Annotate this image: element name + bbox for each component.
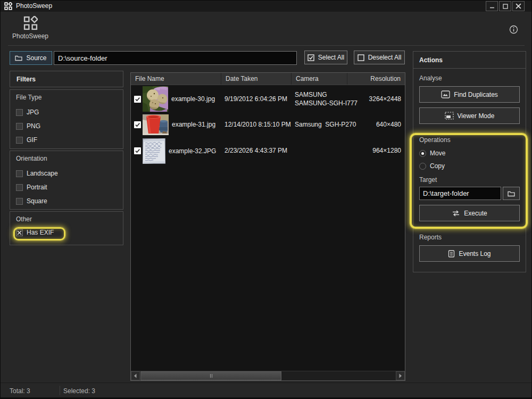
date-taken: 12/14/2010 8:15:10 PM — [221, 120, 292, 129]
filter-has-exif[interactable]: Has EXIF — [16, 226, 117, 239]
col-date-taken[interactable]: Date Taken — [221, 73, 292, 85]
status-separator — [60, 386, 60, 395]
checkbox-has-exif[interactable] — [16, 229, 23, 236]
actions-title: Actions — [413, 52, 526, 69]
row-checkbox[interactable] — [134, 96, 141, 103]
move-radio-row[interactable]: Move — [419, 147, 520, 160]
file-type-label: File Type — [16, 94, 117, 101]
col-camera[interactable]: Camera — [292, 73, 347, 85]
picture-icon — [441, 90, 450, 98]
file-name: example-31.jpg — [172, 121, 215, 128]
status-selected: Selected: 3 — [63, 387, 95, 395]
header-divider — [8, 45, 525, 46]
camera: SAMSUNG SAMSUNG-SGH-I777 — [292, 90, 347, 107]
copy-radio[interactable] — [419, 163, 426, 170]
date-taken: 2/23/2026 4:43:37 PM — [221, 146, 292, 155]
horizontal-scrollbar[interactable] — [131, 371, 405, 380]
red-cup-photo — [143, 114, 169, 135]
file-table: File Name Date Taken Camera Resolution — [130, 72, 405, 381]
execute-button[interactable]: Execute — [419, 205, 520, 221]
fruits-in-hand-photo — [143, 86, 168, 112]
camera: Samsung SGH-P270 — [292, 120, 347, 129]
select-all-button[interactable]: Select All — [304, 51, 347, 64]
checkbox-gif[interactable] — [16, 137, 23, 144]
table-header: File Name Date Taken Camera Resolution — [131, 73, 405, 85]
row-checkbox[interactable] — [134, 121, 141, 128]
minimize-button[interactable] — [486, 1, 498, 11]
source-path-input[interactable] — [54, 51, 297, 65]
actions-panel: Actions Analyse Find Duplicates Viewer M… — [413, 51, 526, 272]
other-label: Other — [16, 215, 117, 223]
window-title: PhotoSweep — [16, 2, 52, 10]
status-total: Total: 3 — [10, 387, 30, 395]
checkbox-portrait[interactable] — [16, 184, 23, 191]
filters-panel-title: Filters — [10, 71, 123, 87]
date-taken: 9/19/2012 6:04:26 PM — [221, 95, 292, 103]
app-icon — [4, 2, 12, 10]
deselect-all-button[interactable]: Deselect All — [354, 51, 405, 64]
filter-landscape[interactable]: Landscape — [16, 167, 117, 180]
status-bar: Total: 3 Selected: 3 — [0, 383, 532, 399]
resolution: 3264×2448 — [347, 95, 405, 103]
filter-png[interactable]: PNG — [16, 119, 117, 133]
checkbox-square[interactable] — [16, 198, 23, 205]
copy-radio-row[interactable]: Copy — [419, 160, 520, 172]
folder-icon — [15, 55, 22, 61]
events-log-button[interactable]: Events Log — [419, 245, 520, 262]
swap-arrows-icon — [452, 210, 460, 217]
target-label: Target — [419, 176, 520, 184]
filter-square[interactable]: Square — [16, 194, 117, 208]
photosweep-logo-icon — [23, 16, 38, 30]
target-browse-button[interactable] — [503, 187, 520, 200]
table-row[interactable]: example-32.JPG 2/23/2026 4:43:37 PM 964×… — [131, 136, 405, 165]
file-name: example-32.JPG — [169, 147, 216, 155]
filter-portrait[interactable]: Portrait — [16, 180, 117, 194]
viewer-icon — [445, 112, 454, 120]
handwritten-note-photo — [143, 138, 165, 164]
title-bar: PhotoSweep — [0, 0, 532, 12]
viewer-mode-button[interactable]: Viewer Mode — [419, 107, 520, 124]
col-file-name[interactable]: File Name — [131, 73, 221, 85]
info-icon[interactable] — [509, 25, 518, 34]
file-name: example-30.jpg — [171, 95, 215, 103]
row-checkbox[interactable] — [134, 147, 141, 154]
scrollbar-thumb[interactable] — [140, 371, 281, 380]
app-header: PhotoSweep — [0, 12, 532, 46]
maximize-button[interactable] — [499, 1, 511, 11]
app-logo-block: PhotoSweep — [11, 16, 50, 40]
unchecked-box-icon — [358, 54, 364, 61]
scroll-left-button[interactable] — [131, 371, 140, 380]
table-row[interactable]: example-31.jpg 12/14/2010 8:15:10 PM Sam… — [131, 113, 405, 136]
filter-group-file-type: File Type JPG PNG GIF — [10, 89, 123, 149]
target-path-input[interactable] — [419, 187, 501, 200]
filter-group-other: Other Has EXIF — [10, 211, 123, 245]
checkbox-jpg[interactable] — [16, 109, 23, 116]
filter-gif[interactable]: GIF — [16, 133, 117, 147]
checked-box-icon — [307, 54, 314, 61]
orientation-label: Orientation — [16, 155, 117, 162]
table-row[interactable]: example-30.jpg 9/19/2012 6:04:26 PM SAMS… — [131, 85, 405, 113]
filter-group-orientation: Orientation Landscape Portrait Square — [10, 151, 123, 210]
move-radio[interactable] — [419, 150, 426, 157]
col-resolution[interactable]: Resolution — [347, 73, 405, 85]
checkbox-landscape[interactable] — [16, 170, 23, 177]
find-duplicates-button[interactable]: Find Duplicates — [419, 86, 520, 103]
resolution: 640×480 — [347, 120, 405, 129]
reports-label: Reports — [419, 234, 520, 241]
scroll-right-button[interactable] — [396, 371, 405, 380]
checkbox-png[interactable] — [16, 123, 23, 130]
source-button[interactable]: Source — [10, 51, 52, 65]
filter-jpg[interactable]: JPG — [16, 105, 117, 119]
document-icon — [448, 250, 455, 257]
folder-icon — [508, 190, 515, 197]
analyse-label: Analyse — [419, 74, 520, 82]
resolution: 964×1280 — [347, 146, 405, 155]
close-button[interactable] — [512, 1, 525, 11]
operations-label: Operations — [419, 136, 520, 144]
app-name-label: PhotoSweep — [12, 32, 48, 40]
